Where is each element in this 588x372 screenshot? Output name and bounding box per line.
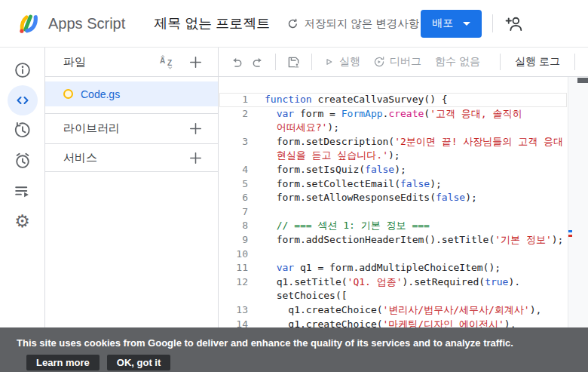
code-text: form.setCollectEmail(false); — [265, 177, 442, 192]
sort-az-icon[interactable]: A Z — [158, 53, 177, 71]
code-line[interactable]: 9 form.addSectionHeaderItem().setTitle('… — [219, 233, 588, 247]
file-row-codegs[interactable]: Code.gs — [45, 81, 218, 106]
execution-log-button[interactable]: 실행 로그 — [512, 54, 563, 70]
debug-label: 디버그 — [390, 55, 421, 69]
add-service-plus-icon[interactable] — [185, 148, 206, 168]
line-number[interactable]: 13 — [219, 303, 248, 318]
scrollbar-thumb[interactable] — [577, 78, 588, 83]
files-panel-header: 파일 A Z — [45, 48, 218, 77]
svg-text:A: A — [160, 57, 165, 65]
files-panel: 파일 A Z Code.gs 라이브러리 — [45, 48, 219, 372]
share-person-add-icon[interactable] — [504, 14, 524, 34]
learn-more-button[interactable]: Learn more — [26, 355, 100, 370]
code-line[interactable]: 어떠세요?'); — [219, 121, 588, 135]
triggers-alarm-icon[interactable] — [8, 146, 38, 176]
code-line[interactable]: 2 var form = FormApp.create('고객 응대, 솔직히 — [219, 107, 588, 121]
code-line[interactable]: 현실을 듣고 싶습니다.'); — [219, 149, 588, 163]
line-number[interactable]: 1 — [219, 93, 248, 107]
deploy-button[interactable]: 배포 — [421, 10, 482, 38]
line-number[interactable]: 12 — [219, 275, 248, 290]
code-line[interactable]: 7 — [219, 205, 588, 220]
code-line[interactable]: 8 // === 섹션 1: 기본 정보 === — [219, 219, 588, 233]
code-line[interactable]: 11 var q1 = form.addMultipleChoiceItem()… — [219, 261, 588, 275]
code-text: var form = FormApp.create('고객 응대, 솔직히 — [265, 107, 522, 121]
code-line[interactable]: setChoices([ — [219, 289, 588, 303]
editor-code-icon[interactable] — [8, 85, 38, 115]
line-number[interactable]: 10 — [219, 247, 248, 262]
run-label: 실행 — [339, 55, 360, 69]
main-area: ⚙ 파일 A Z Code.gs — [0, 48, 588, 372]
function-selector-label: 함수 없음 — [435, 55, 480, 69]
function-selector[interactable]: 함수 없음 — [432, 54, 483, 70]
file-name: Code.gs — [81, 88, 120, 100]
cookie-message: This site uses cookies from Google to de… — [17, 337, 513, 349]
line-number[interactable]: 6 — [219, 191, 248, 205]
line-number[interactable]: 4 — [219, 163, 248, 177]
add-library-plus-icon[interactable] — [185, 118, 206, 139]
line-number[interactable]: 11 — [219, 261, 248, 275]
services-label: 서비스 — [63, 151, 97, 165]
minimap-mark-blue — [568, 230, 572, 232]
code-line[interactable]: 10 — [219, 247, 588, 262]
code-text: var q1 = form.addMultipleChoiceItem(); — [265, 261, 501, 275]
line-number[interactable]: 5 — [219, 177, 248, 192]
line-number[interactable] — [219, 121, 248, 135]
cookie-banner: This site uses cookies from Google to de… — [0, 327, 588, 372]
code-text: q1.createChoice('변리사/법무사/세무사/회계사'), — [265, 303, 541, 318]
files-panel-title: 파일 — [63, 55, 86, 69]
executions-list-icon[interactable] — [8, 176, 38, 206]
debug-button[interactable]: 디버그 — [369, 54, 424, 70]
product-name[interactable]: Apps Script — [48, 15, 125, 32]
project-title[interactable]: 제목 없는 프로젝트 — [154, 14, 270, 32]
line-number[interactable]: 3 — [219, 135, 248, 149]
line-number[interactable]: 2 — [219, 107, 248, 121]
line-number[interactable]: 7 — [219, 205, 248, 220]
line-number[interactable] — [219, 289, 248, 303]
code-text: setChoices([ — [265, 289, 348, 303]
line-number[interactable]: 9 — [219, 233, 248, 247]
line-number[interactable] — [219, 149, 248, 163]
editor-pane: 실행 디버그 함수 없음 실행 로그 — [219, 48, 588, 372]
code-line[interactable]: 3 form.setDescription('2분이면 끝! 사장님들의 고객 … — [219, 135, 588, 149]
undo-icon[interactable] — [226, 53, 247, 71]
line-number[interactable]: 8 — [219, 219, 248, 233]
code-line[interactable]: 5 form.setCollectEmail(false); — [219, 177, 588, 192]
code-line[interactable]: 6 form.setAllowResponseEdits(false); — [219, 191, 588, 205]
code-line[interactable]: 1function createCallvaSurvey() { — [219, 93, 588, 107]
ok-got-it-button[interactable]: OK, got it — [107, 355, 171, 370]
minimap-mark-red — [568, 235, 572, 237]
code-text: function createCallvaSurvey() { — [265, 93, 448, 107]
save-project-icon[interactable] — [283, 53, 305, 72]
settings-gear-icon[interactable]: ⚙ — [8, 206, 38, 236]
code-lines[interactable]: 1function createCallvaSurvey() {2 var fo… — [219, 93, 588, 331]
left-rail: ⚙ — [0, 48, 45, 372]
save-status-text: 저장되지 않은 변경사항 — [304, 17, 419, 31]
code-line[interactable]: 13 q1.createChoice('변리사/법무사/세무사/회계사'), — [219, 303, 588, 318]
redo-icon[interactable] — [247, 53, 268, 71]
code-text: // === 섹션 1: 기본 정보 === — [265, 219, 430, 233]
code-text: 어떠세요?'); — [265, 121, 339, 135]
debug-icon — [372, 55, 386, 69]
code-text: form.addSectionHeaderItem().setTitle('기본… — [265, 233, 563, 247]
add-file-plus-icon[interactable] — [185, 52, 206, 72]
code-text: form.setAllowResponseEdits(false); — [265, 191, 477, 205]
code-text: q1.setTitle('Q1. 업종').setRequired(true). — [265, 275, 520, 290]
project-history-icon[interactable] — [8, 115, 38, 146]
sync-icon — [286, 17, 299, 30]
code-text: form.setIsQuiz(false); — [265, 163, 406, 177]
header-divider — [492, 14, 493, 32]
code-line[interactable]: 4 form.setIsQuiz(false); — [219, 163, 588, 177]
services-section: 서비스 — [45, 143, 218, 172]
apps-script-logo-icon[interactable] — [18, 12, 41, 35]
app-header: Apps Script 제목 없는 프로젝트 저장되지 않은 변경사항 배포 — [0, 0, 588, 48]
overview-info-icon[interactable] — [8, 55, 38, 85]
chevron-down-icon — [463, 22, 470, 26]
editor-toolbar: 실행 디버그 함수 없음 실행 로그 — [219, 48, 588, 77]
code-line[interactable]: 12 q1.setTitle('Q1. 업종').setRequired(tru… — [219, 275, 588, 290]
code-text: 현실을 듣고 싶습니다.'); — [265, 149, 400, 163]
svg-text:Z: Z — [167, 59, 172, 67]
deploy-label: 배포 — [432, 17, 453, 30]
save-status: 저장되지 않은 변경사항 — [286, 17, 419, 31]
execution-log-label: 실행 로그 — [515, 55, 560, 69]
run-button[interactable]: 실행 — [319, 54, 363, 70]
